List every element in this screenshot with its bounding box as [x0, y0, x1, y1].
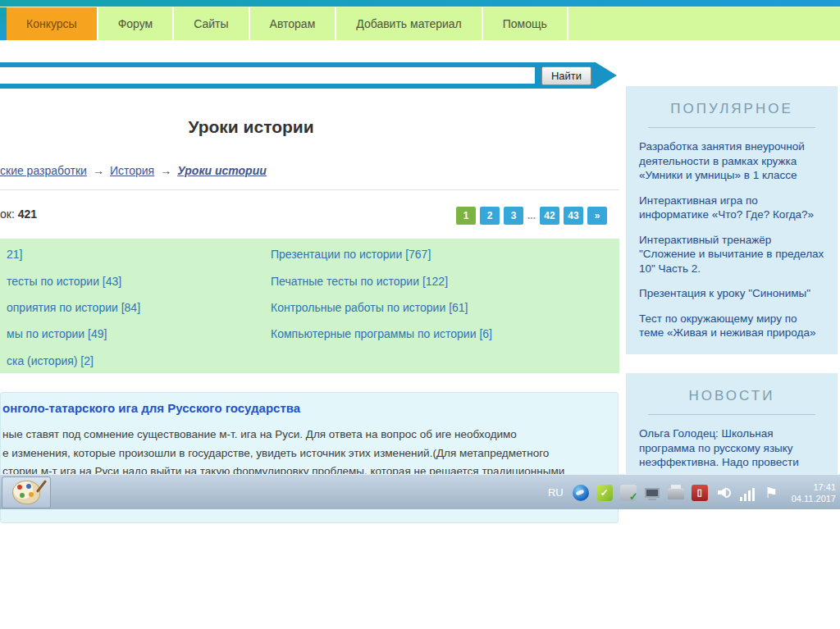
system-tray: RU ✓ ✓ ▯ ⚑ 17:41 04.11.2017 [548, 475, 836, 510]
category-column-right: Презентации по истории [767] Печатные те… [271, 241, 492, 348]
nav-left-edge [0, 7, 7, 40]
volume-icon[interactable] [715, 485, 732, 501]
taskbar-clock[interactable]: 17:41 04.11.2017 [792, 481, 836, 504]
news-item-link[interactable]: Ольга Голодец: Школьная программа по рус… [639, 426, 824, 470]
article-body-line: е изменения, которые произошли в государ… [2, 444, 613, 463]
sidebar-news-box: НОВОСТИ Ольга Голодец: Школьная программ… [626, 373, 838, 474]
breadcrumb-separator: → [160, 164, 171, 177]
breadcrumb-link-razrabotki[interactable]: ские разработки [0, 164, 87, 177]
category-link[interactable]: тесты по истории [43] [7, 267, 140, 294]
nav-tab-sites[interactable]: Сайты [174, 7, 249, 40]
nav-tab-forum[interactable]: Форум [98, 7, 175, 40]
pagination-page-2[interactable]: 2 [480, 207, 500, 225]
paint-palette-icon [12, 481, 40, 504]
nav-tab-add-material[interactable]: Добавить материал [336, 7, 482, 40]
popular-item-link[interactable]: Разработка занятия внеурочной деятельнос… [639, 139, 824, 183]
search-input[interactable] [0, 67, 535, 84]
category-link[interactable]: оприятия по истории [84] [7, 294, 140, 321]
action-center-flag-icon[interactable]: ⚑ [763, 485, 779, 501]
category-link[interactable]: мы по истории [49] [7, 321, 140, 347]
nav-tab-contests[interactable]: Конкурсы [7, 7, 98, 40]
category-link[interactable]: Контрольные работы по истории [61] [271, 294, 492, 321]
article-body: ные ставят под сомнение существование м-… [2, 426, 613, 481]
printer-tray-icon[interactable] [668, 488, 684, 499]
nav-tab-authors[interactable]: Авторам [250, 7, 337, 40]
category-link[interactable]: 21] [7, 241, 140, 267]
top-accent-strip [0, 0, 840, 7]
paint-app-taskbar-button[interactable] [2, 476, 51, 508]
check-icon: ✓ [600, 487, 609, 499]
antivirus-tray-icon[interactable]: ✓ [596, 485, 613, 501]
pagination-page-1[interactable]: 1 [456, 207, 476, 225]
popular-item-link[interactable]: Интерактивная игра по информатике «Что? … [639, 194, 824, 222]
windows-taskbar: RU ✓ ✓ ▯ ⚑ 17:41 04.11.2017 [0, 474, 840, 509]
pagination-next-button[interactable]: » [587, 207, 607, 225]
search-bar-arrow [596, 62, 617, 89]
clock-time: 17:41 [792, 481, 836, 493]
breadcrumb-link-history[interactable]: История [110, 164, 154, 177]
flag-glyph: ⚑ [765, 484, 778, 502]
page-title: Уроки истории [0, 117, 502, 137]
clock-date: 04.11.2017 [792, 493, 836, 504]
pagination-page-42[interactable]: 42 [540, 207, 559, 225]
results-count-label: ок: [0, 207, 15, 221]
monitor-screen [645, 488, 660, 498]
category-link[interactable]: Компьютерные программы по истории [6] [271, 321, 492, 347]
search-button[interactable]: Найти [541, 66, 591, 85]
content-divider [0, 189, 619, 190]
network-signal-icon[interactable] [739, 485, 756, 501]
category-list-box: 21] тесты по истории [43] оприятия по ис… [0, 239, 619, 373]
category-link[interactable]: Презентации по истории [767] [271, 241, 492, 267]
red-app-glyph: ▯ [697, 487, 702, 498]
popular-item-link[interactable]: Интерактивный тренажёр "Сложение и вычит… [639, 233, 824, 276]
article-body-line: ные ставят под сомнение существование м-… [2, 426, 613, 444]
pagination-ellipsis: ... [527, 210, 536, 221]
results-count: ок: 421 [0, 207, 37, 221]
display-settings-icon[interactable] [644, 485, 660, 501]
popular-item-link[interactable]: Презентация к уроку "Синонимы" [639, 286, 824, 301]
speaker-wave [725, 488, 731, 498]
breadcrumb-current[interactable]: Уроки истории [177, 164, 267, 177]
sidebar-popular-heading: ПОПУЛЯРНОЕ [626, 101, 838, 117]
check-icon: ✓ [629, 490, 638, 503]
monitor-stand [648, 499, 656, 500]
screenshot-root: Конкурсы Форум Сайты Авторам Добавить ма… [0, 0, 840, 629]
red-app-tray-icon[interactable]: ▯ [692, 485, 708, 501]
nav-tab-help[interactable]: Помощь [483, 7, 568, 40]
article-title-link[interactable]: онголо-татарского ига для Русского госуд… [2, 401, 613, 415]
search-bar: Найти [0, 62, 596, 89]
pagination: 1 2 3 ... 42 43 » [456, 207, 607, 225]
category-link[interactable]: Печатные тесты по истории [122] [271, 267, 492, 294]
pagination-page-43[interactable]: 43 [564, 207, 583, 225]
pagination-page-3[interactable]: 3 [504, 207, 523, 225]
language-indicator[interactable]: RU [548, 486, 564, 499]
category-link[interactable]: ска (история) [2] [7, 348, 140, 374]
results-count-value: 421 [18, 207, 37, 221]
breadcrumb: ские разработки→История→Уроки истории [0, 164, 267, 177]
blue-app-tray-icon[interactable] [573, 485, 589, 501]
main-navigation: Конкурсы Форум Сайты Авторам Добавить ма… [0, 7, 840, 40]
sidebar-popular-items: Разработка занятия внеурочной деятельнос… [626, 128, 838, 340]
category-column-left: 21] тесты по истории [43] оприятия по ис… [7, 241, 140, 374]
sidebar-popular-box: ПОПУЛЯРНОЕ Разработка занятия внеурочной… [626, 86, 838, 354]
breadcrumb-separator: → [93, 164, 104, 177]
sidebar-news-heading: НОВОСТИ [626, 388, 838, 404]
sidebar-news-items: Ольга Голодец: Школьная программа по рус… [626, 415, 838, 470]
popular-item-link[interactable]: Тест по окружающему миру по теме «Живая … [639, 312, 824, 340]
security-shield-icon[interactable]: ✓ [620, 485, 637, 501]
